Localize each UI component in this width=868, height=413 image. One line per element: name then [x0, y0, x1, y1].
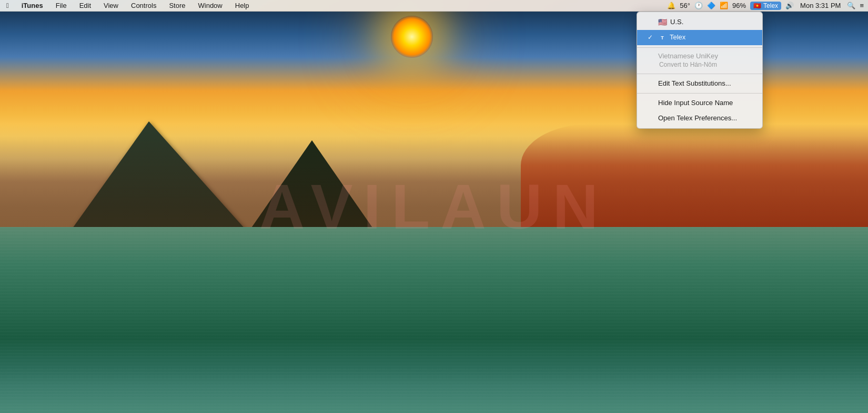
dropdown-item-us[interactable]: 🇺🇸 U.S. [637, 14, 762, 30]
volume-icon[interactable]: 🔊 [785, 2, 794, 9]
sun [391, 16, 433, 58]
controls-menu[interactable]: Controls [129, 2, 158, 9]
itunes-menu[interactable]: iTunes [19, 2, 45, 9]
view-menu[interactable]: View [102, 2, 120, 9]
dropdown-item-vietnamese: Vietnamese UniKey Convert to Hán-Nôm [637, 50, 762, 71]
water-reflection [0, 227, 868, 413]
separator-2 [637, 74, 762, 74]
notification-center-icon[interactable]: ≡ [860, 2, 864, 9]
window-menu[interactable]: Window [196, 2, 225, 9]
notification-icon[interactable]: 🔔 [667, 2, 675, 9]
us-label: U.S. [670, 17, 683, 28]
help-menu[interactable]: Help [233, 2, 251, 9]
apple-menu[interactable]:  [4, 2, 11, 9]
telex-label: Telex [763, 2, 778, 9]
menubar-left:  iTunes File Edit View Controls Store W… [4, 2, 251, 9]
telex-menu-button[interactable]: 🇻🇳 Telex [750, 2, 781, 10]
separator-3 [637, 93, 762, 94]
dropdown-item-telex[interactable]: ✓ T Telex [637, 30, 762, 45]
edit-substitutions-label: Edit Text Substitutions... [658, 78, 731, 89]
battery-percent: 96% [732, 2, 746, 9]
wifi-icon[interactable]: 📶 [720, 2, 728, 9]
menubar-right: 🔔 56° 🕐 🔷 📶 96% 🇻🇳 Telex 🔊 Mon 3:31 PM 🔍… [667, 2, 864, 10]
open-preferences-label: Open Telex Preferences... [658, 113, 737, 124]
telex-dropdown-menu: 🇺🇸 U.S. ✓ T Telex Vietnamese UniKey Conv… [637, 12, 763, 129]
dropdown-item-edit-substitutions[interactable]: Edit Text Substitutions... [637, 76, 762, 91]
datetime-display[interactable]: Mon 3:31 PM [798, 2, 843, 9]
telex-checkmark: ✓ [648, 33, 655, 43]
separator-1 [637, 47, 762, 48]
convert-hannom-label: Convert to Hán-Nôm [658, 61, 718, 69]
menubar:  iTunes File Edit View Controls Store W… [0, 0, 868, 12]
store-menu[interactable]: Store [167, 2, 187, 9]
hide-input-label: Hide Input Source Name [658, 98, 733, 109]
world-clock-icon[interactable]: 🕐 [694, 2, 703, 9]
vietnamese-unikey-label: Vietnamese UniKey [658, 52, 718, 61]
dropdown-item-open-preferences[interactable]: Open Telex Preferences... [637, 111, 762, 126]
spotlight-icon[interactable]: 🔍 [847, 2, 855, 9]
telex-flag-icon: 🇻🇳 [753, 2, 761, 9]
bluetooth-icon[interactable]: 🔷 [707, 2, 715, 9]
weather-display: 56° [680, 2, 690, 9]
telex-small-icon: T [658, 34, 667, 42]
us-flag-icon: 🇺🇸 [658, 16, 667, 28]
file-menu[interactable]: File [54, 2, 69, 9]
edit-menu[interactable]: Edit [77, 2, 93, 9]
dropdown-item-hide-input[interactable]: Hide Input Source Name [637, 96, 762, 111]
telex-option-label: Telex [670, 32, 685, 43]
